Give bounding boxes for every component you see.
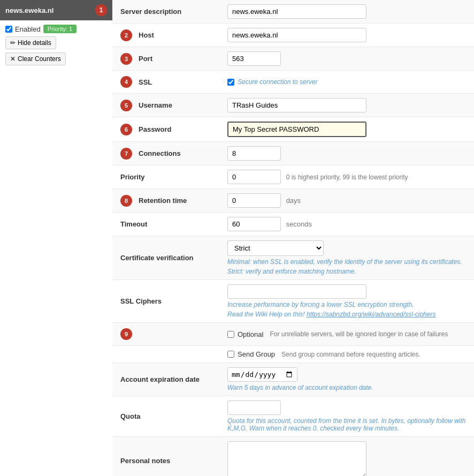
account-exp-label: Account expiration date	[120, 375, 200, 383]
priority-hint: 0 is highest priority, 99 is the lowest …	[286, 173, 408, 181]
ssl-row: 4 SSL Secure connection to server	[112, 71, 474, 94]
username-row: 5 Username	[112, 94, 474, 117]
personal-notes-row: Personal notes	[112, 437, 474, 477]
optional-row: 9 Optional For unreliable servers, will …	[112, 323, 474, 346]
send-group-checkbox[interactable]	[227, 351, 234, 358]
step9-badge: 9	[120, 328, 132, 340]
quota-row: Quota Quota for this account, counted fr…	[112, 396, 474, 437]
connections-label: Connections	[139, 149, 181, 157]
username-value-cell	[219, 94, 474, 117]
server-desc-label: Server description	[120, 7, 181, 16]
account-exp-value-cell: Warn 5 days in advance of account expira…	[219, 363, 474, 396]
main-content: Server description 2 Host	[112, 0, 474, 476]
ssl-hint: Secure connection to server	[238, 78, 317, 86]
account-exp-label-cell: Account expiration date	[112, 363, 219, 396]
priority-value: 1	[69, 26, 72, 32]
host-input[interactable]	[227, 28, 366, 42]
connections-value-cell	[219, 142, 474, 165]
optional-label-wrapper: 9	[120, 328, 211, 340]
priority-row: Priority 0 is highest priority, 99 is th…	[112, 165, 474, 189]
step2-badge: 2	[120, 29, 132, 41]
connections-label-wrapper: 7 Connections	[120, 148, 211, 160]
ssl-ciphers-hint2: Read the Wiki Help on this! https://sabn…	[227, 311, 466, 318]
step3-badge: 3	[120, 53, 132, 65]
optional-label: Optional	[238, 330, 263, 338]
optional-value-cell: Optional For unreliable servers, will be…	[219, 323, 474, 346]
ssl-ciphers-link[interactable]: https://sabnzbd.org/wiki/advanced/ssl-ci…	[307, 311, 435, 318]
password-input[interactable]	[227, 122, 366, 137]
priority-value-cell: 0 is highest priority, 99 is the lowest …	[219, 165, 474, 189]
cert-verif-label-cell: Certificate verification	[112, 236, 219, 280]
step8-badge: 8	[120, 195, 132, 207]
host-row: 2 Host	[112, 24, 474, 47]
cert-verif-row: Certificate verification Strict Minimal …	[112, 236, 474, 280]
ssl-checkbox-row: Secure connection to server	[227, 78, 466, 86]
timeout-input[interactable]	[227, 217, 281, 231]
clear-counters-label: Clear Counters	[18, 55, 61, 63]
ssl-ciphers-hint1: Increase performance by forcing a lower …	[227, 301, 466, 308]
timeout-value-cell: seconds	[219, 213, 474, 236]
priority-label: Priority:	[48, 26, 67, 32]
hide-details-label: Hide details	[18, 39, 51, 47]
x-icon: ✕	[10, 55, 16, 63]
ssl-ciphers-value-cell: Increase performance by forcing a lower …	[219, 280, 474, 323]
optional-label-cell: 9	[112, 323, 219, 346]
step7-badge: 7	[120, 148, 132, 160]
cert-hint-text1: Minimal: when SSL is enabled, verify the…	[227, 258, 462, 266]
quota-label-cell: Quota	[112, 396, 219, 437]
port-value-cell	[219, 47, 474, 71]
password-value-cell	[219, 117, 474, 142]
retention-unit: days	[286, 197, 301, 205]
priority-label-cell: Priority	[112, 165, 219, 189]
enabled-checkbox[interactable]	[5, 26, 12, 33]
cert-verif-select[interactable]: Strict Minimal None	[227, 240, 324, 256]
optional-hint: For unreliable servers, will be ignored …	[270, 330, 448, 338]
server-name: news.eweka.nl	[5, 6, 53, 14]
cert-verif-value-cell: Strict Minimal None Minimal: when SSL is…	[219, 236, 474, 280]
ssl-checkbox[interactable]	[227, 79, 234, 86]
account-exp-input[interactable]	[227, 367, 297, 382]
enabled-label: Enabled	[15, 25, 41, 33]
sidebar-controls: Enabled Priority: 1 ✏ Hide details ✕ Cle…	[0, 20, 112, 70]
clear-counters-button[interactable]: ✕ Clear Counters	[5, 52, 66, 65]
optional-checkbox[interactable]	[227, 331, 234, 338]
connections-label-cell: 7 Connections	[112, 142, 219, 165]
sidebar: news.eweka.nl 1 Enabled Priority: 1 ✏ Hi…	[0, 0, 112, 476]
username-label: Username	[139, 101, 172, 109]
ssl-ciphers-input[interactable]	[227, 284, 366, 299]
quota-input[interactable]	[227, 401, 281, 415]
ssl-value-cell: Secure connection to server	[219, 71, 474, 94]
priority-badge[interactable]: Priority: 1	[43, 25, 77, 33]
retention-input[interactable]	[227, 193, 281, 208]
hide-details-button[interactable]: ✏ Hide details	[5, 36, 56, 49]
quota-value-cell: Quota for this account, counted from the…	[219, 396, 474, 437]
send-group-label-cell	[112, 346, 219, 363]
host-label: Host	[139, 31, 154, 39]
timeout-unit: seconds	[286, 220, 312, 228]
retention-row: 8 Retention time days	[112, 189, 474, 213]
port-label-wrapper: 3 Port	[120, 53, 211, 65]
send-group-row: Send Group Send group command before req…	[112, 346, 474, 363]
retention-label-cell: 8 Retention time	[112, 189, 219, 213]
port-label: Port	[139, 55, 152, 63]
port-input[interactable]	[227, 51, 281, 66]
personal-notes-label: Personal notes	[120, 457, 170, 465]
priority-input[interactable]	[227, 170, 281, 184]
pencil-icon: ✏	[10, 39, 16, 47]
personal-notes-textarea[interactable]	[227, 441, 366, 476]
server-desc-row: Server description	[112, 0, 474, 24]
connections-input[interactable]	[227, 146, 281, 161]
username-label-cell: 5 Username	[112, 94, 219, 117]
timeout-row: Timeout seconds	[112, 213, 474, 236]
personal-notes-value-cell	[219, 437, 474, 477]
server-title-bar[interactable]: news.eweka.nl 1	[0, 0, 112, 20]
enabled-row: Enabled Priority: 1	[5, 25, 107, 33]
step1-badge: 1	[95, 4, 107, 16]
timeout-label: Timeout	[120, 220, 147, 228]
host-label-cell: 2 Host	[112, 24, 219, 47]
send-group-label: Send Group	[238, 350, 275, 358]
send-group-checkbox-row: Send Group Send group command before req…	[227, 350, 466, 358]
timeout-label-cell: Timeout	[112, 213, 219, 236]
server-desc-input[interactable]	[227, 4, 366, 19]
username-input[interactable]	[227, 98, 366, 112]
